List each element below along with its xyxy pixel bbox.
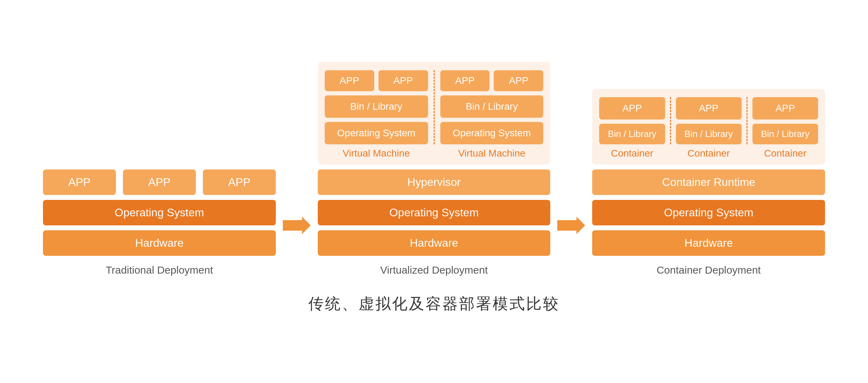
c1-col: APP Bin / Library xyxy=(599,97,665,144)
trad-label: Traditional Deployment xyxy=(106,264,213,276)
container-runtime: Container Runtime xyxy=(592,169,825,195)
virt-hardware: Hardware xyxy=(318,230,551,256)
c1-c2-divider xyxy=(670,97,671,144)
diagram-subtitle: 传统、虚拟化及容器部署模式比较 xyxy=(43,294,825,314)
c2-app: APP xyxy=(676,97,742,120)
vm-divider xyxy=(434,70,435,144)
diagram-wrapper: APP APP APP Operating System Hardware Tr… xyxy=(15,41,853,342)
virtualized-col: APP APP Bin / Library Operating System A… xyxy=(318,62,551,276)
c3-app: APP xyxy=(752,97,818,120)
vm1-app2: APP xyxy=(378,70,428,91)
trad-apps-row: APP APP APP xyxy=(43,169,276,195)
svg-marker-1 xyxy=(557,217,585,234)
arrow-1 xyxy=(276,217,318,276)
vm1-col: APP APP Bin / Library Operating System xyxy=(325,70,428,144)
virt-os: Operating System xyxy=(318,200,551,225)
arrow-2 xyxy=(550,217,592,276)
trad-app-3: APP xyxy=(203,169,276,195)
container-label: Container Deployment xyxy=(656,264,761,276)
c2-col: APP Bin / Library xyxy=(676,97,742,144)
vm2-app2: APP xyxy=(494,70,543,91)
container-outer: APP Bin / Library APP Bin / Library APP xyxy=(592,89,825,165)
columns: APP APP APP Operating System Hardware Tr… xyxy=(43,62,825,276)
container-inner: APP Bin / Library APP Bin / Library APP xyxy=(599,97,818,144)
trad-app-2: APP xyxy=(123,169,196,195)
c2-bin: Bin / Library xyxy=(676,124,742,144)
vm2-app1: APP xyxy=(440,70,490,91)
trad-app-1: APP xyxy=(43,169,116,195)
trad-hardware: Hardware xyxy=(43,230,276,256)
c3-bin: Bin / Library xyxy=(752,124,818,144)
vm1-app1: APP xyxy=(325,70,374,91)
c2-label: Container xyxy=(676,148,742,159)
c2-c3-divider xyxy=(746,97,748,144)
c1-bin: Bin / Library xyxy=(599,124,665,144)
virt-hypervisor: Hypervisor xyxy=(318,169,551,195)
container-col: APP Bin / Library APP Bin / Library APP xyxy=(592,89,825,276)
vm1-bin: Bin / Library xyxy=(325,95,428,118)
vm2-os: Operating System xyxy=(440,122,544,144)
container-labels-row: Container Container Container xyxy=(599,144,818,159)
vm-inner: APP APP Bin / Library Operating System A… xyxy=(325,70,544,144)
vm-container: APP APP Bin / Library Operating System A… xyxy=(318,62,551,165)
vm1-os: Operating System xyxy=(325,122,428,144)
c3-col: APP Bin / Library xyxy=(752,97,818,144)
container-hardware: Hardware xyxy=(592,230,825,256)
svg-marker-0 xyxy=(283,217,311,234)
container-os: Operating System xyxy=(592,200,825,225)
c1-app: APP xyxy=(599,97,665,120)
vm1-label: Virtual Machine xyxy=(325,148,428,159)
c3-label: Container xyxy=(752,148,818,159)
trad-os: Operating System xyxy=(43,200,276,225)
virt-label: Virtualized Deployment xyxy=(380,264,488,276)
vm2-col: APP APP Bin / Library Operating System xyxy=(440,70,544,144)
vm2-bin: Bin / Library xyxy=(440,95,544,118)
vm-labels-row: Virtual Machine Virtual Machine xyxy=(325,144,544,159)
traditional-col: APP APP APP Operating System Hardware Tr… xyxy=(43,169,276,276)
vm2-label: Virtual Machine xyxy=(440,148,544,159)
c1-label: Container xyxy=(599,148,665,159)
